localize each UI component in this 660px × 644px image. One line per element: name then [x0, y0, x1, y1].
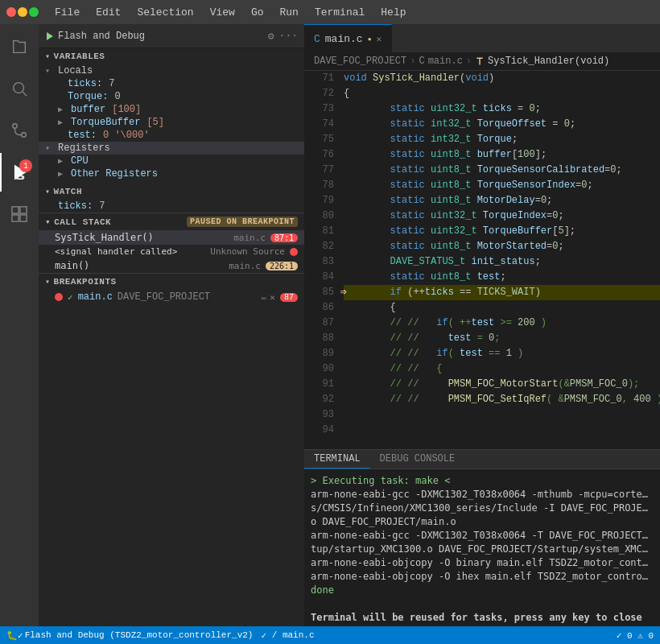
menu-bar: File Edit Selection View Go Run Terminal…	[0, 0, 660, 24]
menu-terminal[interactable]: Terminal	[308, 3, 371, 22]
debug-more-icon[interactable]: ···	[279, 30, 298, 43]
explorer-icon[interactable]	[0, 27, 39, 66]
debug-toolbar-icons: ⚙ ···	[268, 30, 298, 43]
bp-remove-icon[interactable]: ✕	[270, 292, 275, 303]
code-line-89: // // if( ++test >= 200 )	[344, 316, 660, 331]
tab-label: main.c	[325, 33, 363, 45]
terminal-done: done	[311, 584, 654, 597]
tab-debug-console[interactable]: DEBUG CONSOLE	[370, 450, 465, 469]
terminal-line: arm-none-eabi-gcc -DXMC1302_T038x0064 -T…	[311, 529, 654, 543]
line-num-77: 77	[304, 163, 334, 178]
menu-go[interactable]: Go	[245, 3, 270, 22]
code-line-94: // // PMSM_FOC_SetIqRef( &PMSM_FOC_0, 40…	[344, 392, 660, 407]
reg-other[interactable]: ▶ Other Registers	[39, 167, 304, 180]
var-test[interactable]: test: 0 '\000'	[39, 129, 304, 142]
terminal-panel: TERMINAL DEBUG CONSOLE > Executing task:…	[304, 449, 660, 626]
line-num-81: 81	[304, 224, 334, 239]
var-buffer[interactable]: ▶ buffer [100]	[39, 103, 304, 116]
breadcrumb-project[interactable]: DAVE_FOC_PROJECT	[314, 56, 406, 67]
menu-run[interactable]: Run	[273, 3, 304, 22]
status-debug-label: Flash and Debug (TSDZ2_motor_controller_…	[25, 630, 254, 640]
watch-ticks[interactable]: ticks: 7	[39, 200, 304, 213]
menu-view[interactable]: View	[204, 3, 241, 22]
terminal-content[interactable]: > Executing task: make <arm-none-eabi-gc…	[304, 469, 660, 626]
code-line-91: // // if( test == 1 )	[344, 346, 660, 361]
callstack-header[interactable]: ▾ CALL STACK PAUSED ON BREAKPOINT	[39, 213, 304, 230]
code-line-93: // // PMSM_FOC_MotorStart(&PMSM_FOC_0);	[344, 377, 660, 392]
line-num-72: 72	[304, 86, 334, 101]
status-file: / main.c	[266, 630, 314, 640]
var-ticks[interactable]: ticks: 7	[39, 77, 304, 90]
debug-run-button[interactable]	[45, 31, 55, 41]
debug-config-icon[interactable]: ⚙	[268, 30, 274, 43]
line-num-89: 89	[304, 346, 334, 361]
breakpoint-0[interactable]: ✓ main.c DAVE_FOC_PROJECT ✏ ✕ 87	[39, 290, 304, 304]
menu-selection[interactable]: Selection	[130, 3, 200, 22]
svg-point-3	[22, 133, 27, 138]
svg-point-0	[14, 83, 24, 93]
bp-line-badge: 87	[280, 293, 298, 302]
watch-header[interactable]: ▾ WATCH	[39, 184, 304, 200]
breakpoints-header[interactable]: ▾ BREAKPOINTS	[39, 274, 304, 290]
line-num-80: 80	[304, 208, 334, 224]
registers-group[interactable]: ▾ Registers	[39, 142, 304, 155]
line-num-86: 86	[304, 300, 334, 316]
svg-marker-11	[47, 32, 53, 40]
code-content[interactable]: void SysTick_Handler(void) { static uint…	[340, 71, 660, 449]
menu-file[interactable]: File	[48, 3, 86, 22]
status-errors[interactable]: ✓ 0 ⚠ 0	[617, 630, 654, 641]
tab-close-button[interactable]: ✕	[376, 34, 382, 44]
right-panel: C main.c ● ✕ DAVE_FOC_PROJECT › C main.c…	[304, 24, 660, 626]
tab-main-c[interactable]: C main.c ● ✕	[304, 24, 392, 52]
code-line-73: {	[344, 86, 660, 101]
watch-chevron: ▾	[45, 187, 51, 196]
activity-bar: 1	[0, 24, 39, 626]
locals-group[interactable]: ▾ Locals	[39, 64, 304, 77]
var-torque[interactable]: Torque: 0	[39, 90, 304, 103]
callstack-frame-0[interactable]: SysTick_Handler() main.c 87:1	[39, 230, 304, 245]
breakpoints-label: BREAKPOINTS	[54, 277, 117, 287]
code-line-79: static uint8_t TorqueSensorIndex=0;	[344, 178, 660, 193]
line-num-79: 79	[304, 193, 334, 208]
callstack-frame-1[interactable]: <signal handler called> Unknown Source	[39, 245, 304, 258]
line-num-74: 74	[304, 117, 334, 132]
watch-section: ▾ WATCH ticks: 7	[39, 180, 304, 213]
code-line-75: static int32_t TorqueOffset = 0;	[344, 117, 660, 132]
registers-label: Registers	[58, 142, 110, 154]
code-line-85: static uint8_t test;	[344, 270, 660, 285]
line-num-90: 90	[304, 361, 334, 377]
debug-toolbar: Flash and Debug ⚙ ···	[39, 24, 304, 48]
line-numbers: 7172737475767778798081828384858687888990…	[304, 71, 340, 449]
terminal-reuse-msg: Terminal will be reused for tasks, press…	[311, 611, 654, 626]
debug-icon[interactable]: 1	[0, 153, 39, 192]
line-num-71: 71	[304, 71, 334, 86]
line-num-92: 92	[304, 392, 334, 407]
var-torquebuffer[interactable]: ▶ TorqueBuffer [5]	[39, 116, 304, 129]
scm-icon[interactable]	[0, 111, 39, 150]
variables-header[interactable]: ▾ VARIABLES	[39, 48, 304, 64]
code-line-78: static uint8_t TorqueSensorCalibrated=0;	[344, 163, 660, 178]
callstack-frame-2[interactable]: main() main.c 226:1	[39, 258, 304, 273]
line-num-83: 83	[304, 254, 334, 270]
status-debug-icon: 🐛	[6, 630, 18, 641]
search-icon[interactable]	[0, 69, 39, 108]
paused-badge: PAUSED ON BREAKPOINT	[187, 217, 298, 227]
breadcrumb-file[interactable]: main.c	[428, 56, 463, 67]
executing-task: > Executing task: make <	[311, 474, 654, 488]
menu-help[interactable]: Help	[374, 3, 412, 22]
extensions-icon[interactable]	[0, 195, 39, 233]
terminal-line: arm-none-eabi-objcopy -O ihex main.elf T…	[311, 570, 654, 584]
bp-check: ✓	[68, 292, 73, 303]
tab-terminal[interactable]: TERMINAL	[304, 450, 370, 469]
menu-edit[interactable]: Edit	[89, 3, 127, 22]
line-num-82: 82	[304, 239, 334, 254]
debug-badge: 1	[19, 159, 32, 172]
bp-edit-icon[interactable]: ✏	[262, 292, 267, 303]
callstack-section: ▾ CALL STACK PAUSED ON BREAKPOINT SysTic…	[39, 213, 304, 273]
breadcrumb-symbol[interactable]: SysTick_Handler(void)	[488, 56, 609, 67]
code-line-76: static int32_t Torque;	[344, 132, 660, 147]
breadcrumb: DAVE_FOC_PROJECT › C main.c › SysTick_Ha…	[304, 52, 660, 71]
reg-cpu[interactable]: ▶ CPU	[39, 155, 304, 167]
watch-label: WATCH	[54, 187, 83, 196]
status-right: ✓ 0 ⚠ 0	[617, 630, 654, 641]
